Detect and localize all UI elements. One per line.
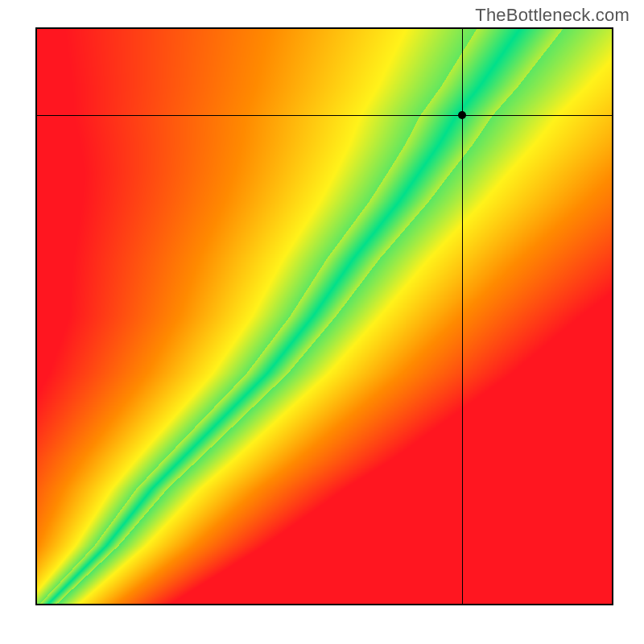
data-point-marker (458, 111, 466, 119)
watermark-text: TheBottleneck.com (475, 5, 630, 26)
crosshair-horizontal (37, 115, 612, 116)
heatmap-plot (35, 27, 613, 605)
